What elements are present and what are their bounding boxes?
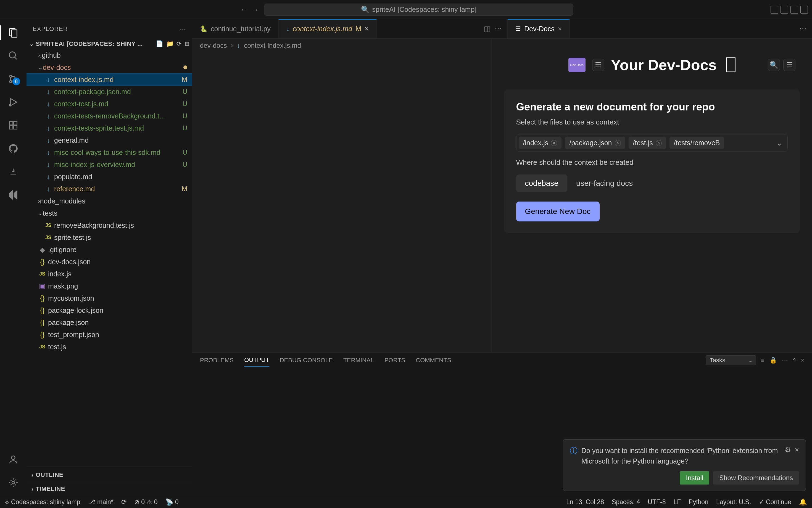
- timeline-section[interactable]: ›TIMELINE: [27, 482, 192, 496]
- tab-context-index[interactable]: ↓ context-index.js.md M ×: [279, 19, 377, 38]
- panel-tab-output[interactable]: OUTPUT: [244, 354, 269, 367]
- chevron-down-icon[interactable]: ⌄: [776, 138, 785, 147]
- indentation-status[interactable]: Spaces: 4: [612, 498, 640, 506]
- continue-icon[interactable]: [8, 189, 19, 201]
- tree-file[interactable]: {}test_prompt.json: [27, 329, 192, 341]
- chip-packagejson[interactable]: /package.json×: [565, 137, 625, 149]
- tree-file[interactable]: JSremoveBackground.test.js: [27, 219, 192, 231]
- filter-icon[interactable]: ≡: [761, 357, 765, 364]
- tree-file[interactable]: {}package.json: [27, 316, 192, 329]
- tree-file[interactable]: ↓context-test.js.mdU: [27, 98, 192, 110]
- tree-file[interactable]: ▣mask.png: [27, 280, 192, 292]
- branch-status[interactable]: ⎇ main*: [88, 498, 114, 506]
- extensions-icon[interactable]: [8, 120, 19, 131]
- tab-devdocs[interactable]: ☰ Dev-Docs ×: [508, 19, 570, 38]
- remote-indicator[interactable]: ⟐ Codespaces: shiny lamp: [5, 498, 80, 506]
- new-folder-icon[interactable]: 📁: [166, 40, 174, 47]
- errors-status[interactable]: ⊘ 0 ⚠ 0: [134, 498, 158, 506]
- tree-file[interactable]: ◆.gitignore: [27, 244, 192, 256]
- chip-remove-icon[interactable]: ×: [615, 140, 621, 146]
- sync-icon[interactable]: ⟳: [121, 498, 126, 506]
- panel-tab-terminal[interactable]: TERMINAL: [343, 354, 374, 367]
- panel-maximize-icon[interactable]: ^: [793, 357, 796, 364]
- language-status[interactable]: Python: [689, 498, 708, 506]
- collapse-icon[interactable]: ⊟: [185, 40, 190, 47]
- nav-back-icon[interactable]: ←: [240, 5, 248, 14]
- toggle-userfacing[interactable]: user-facing docs: [567, 174, 642, 192]
- tree-file[interactable]: {}dev-docs.json: [27, 256, 192, 268]
- folder-devdocs[interactable]: ⌄dev-docs: [27, 61, 192, 74]
- chip-remove-icon[interactable]: ×: [551, 140, 557, 146]
- search-input[interactable]: 🔍 spriteAI [Codespaces: shiny lamp]: [264, 4, 573, 16]
- refresh-icon[interactable]: ⟳: [176, 40, 182, 47]
- outline-section[interactable]: ›OUTLINE: [27, 468, 192, 482]
- chip-testjs[interactable]: /test.js×: [628, 137, 666, 149]
- tree-file[interactable]: {}package-lock.json: [27, 304, 192, 316]
- close-icon[interactable]: ×: [558, 25, 562, 33]
- tree-file[interactable]: ↓context-tests-sprite.test.js.mdU: [27, 122, 192, 134]
- tab-more-icon[interactable]: ⋯: [799, 25, 807, 33]
- tree-file[interactable]: JStest.js: [27, 341, 192, 353]
- tab-continue-tutorial[interactable]: 🐍 continue_tutorial.py: [192, 19, 279, 38]
- tree-file[interactable]: ↓context-tests-removeBackground.t...U: [27, 110, 192, 122]
- run-debug-icon[interactable]: [8, 97, 19, 108]
- eol-status[interactable]: LF: [674, 498, 681, 506]
- tree-file[interactable]: ↓reference.mdM: [27, 183, 192, 195]
- panel-tab-ports[interactable]: PORTS: [384, 354, 405, 367]
- layout-panel-bottom-icon[interactable]: [780, 6, 788, 13]
- menu-icon[interactable]: ☰: [592, 59, 604, 71]
- cursor-position[interactable]: Ln 13, Col 28: [566, 498, 604, 506]
- tree-file[interactable]: JSsprite.test.js: [27, 231, 192, 244]
- context-files-select[interactable]: /index.js× /package.json× /test.js× /tes…: [516, 134, 788, 152]
- panel-tab-comments[interactable]: COMMENTS: [416, 354, 451, 367]
- install-button[interactable]: Install: [680, 471, 709, 484]
- chip-indexjs[interactable]: /index.js×: [519, 137, 562, 149]
- tree-file[interactable]: JSindex.js: [27, 268, 192, 280]
- nav-forward-icon[interactable]: →: [251, 5, 259, 14]
- split-editor-icon[interactable]: ◫: [484, 25, 491, 33]
- layout-status[interactable]: Layout: U.S.: [716, 498, 751, 506]
- show-recommendations-button[interactable]: Show Recommendations: [713, 471, 799, 484]
- new-file-icon[interactable]: 📄: [156, 40, 163, 47]
- tree-file[interactable]: ↓misc-index-js-overview.mdU: [27, 159, 192, 171]
- workspace-header[interactable]: ⌄ SPRITEAI [CODESPACES: SHINY ... 📄 📁 ⟳ …: [27, 39, 192, 49]
- editor-pane-left[interactable]: dev-docs› ↓ context-index.js.md: [192, 39, 492, 352]
- tree-file[interactable]: ↓context-package.json.mdU: [27, 86, 192, 98]
- devdocs-search-icon[interactable]: 🔍: [768, 59, 780, 71]
- chip-testsremove[interactable]: /tests/removeB: [669, 137, 724, 149]
- tree-file[interactable]: ↓populate.md: [27, 171, 192, 183]
- sidebar-more-icon[interactable]: ⋯: [180, 26, 186, 33]
- ports-status[interactable]: 📡 0: [165, 498, 179, 506]
- layout-panel-left-icon[interactable]: [771, 6, 778, 13]
- notifications-icon[interactable]: 🔔: [799, 498, 807, 506]
- output-channel-select[interactable]: Tasks⌄: [706, 355, 756, 365]
- download-icon[interactable]: [8, 166, 19, 177]
- tab-more-icon[interactable]: ⋯: [495, 25, 502, 33]
- panel-close-icon[interactable]: ×: [801, 357, 804, 364]
- gear-icon[interactable]: ⚙: [785, 446, 791, 454]
- search-activity-icon[interactable]: [8, 50, 19, 61]
- panel-tab-debug[interactable]: DEBUG CONSOLE: [280, 354, 333, 367]
- folder-github[interactable]: ›.github: [27, 49, 192, 61]
- settings-gear-icon[interactable]: [8, 477, 19, 488]
- close-icon[interactable]: ×: [365, 25, 369, 33]
- tree-file[interactable]: ↓context-index.js.mdM: [27, 74, 192, 86]
- continue-status[interactable]: ✓ Continue: [759, 498, 791, 506]
- chip-remove-icon[interactable]: ×: [656, 140, 662, 146]
- layout-customize-icon[interactable]: [800, 6, 808, 13]
- encoding-status[interactable]: UTF-8: [648, 498, 665, 506]
- breadcrumb[interactable]: dev-docs› ↓ context-index.js.md: [192, 39, 492, 52]
- devdocs-menu-icon[interactable]: ☰: [783, 59, 796, 71]
- explorer-icon[interactable]: [8, 27, 19, 38]
- folder-tests[interactable]: ⌄tests: [27, 207, 192, 219]
- lock-icon[interactable]: 🔒: [769, 357, 777, 364]
- toggle-codebase[interactable]: codebase: [516, 174, 567, 192]
- accounts-icon[interactable]: [8, 454, 19, 465]
- layout-panel-right-icon[interactable]: [790, 6, 798, 13]
- github-icon[interactable]: [8, 143, 19, 154]
- panel-more-icon[interactable]: ⋯: [782, 357, 788, 364]
- close-icon[interactable]: ×: [795, 446, 799, 454]
- panel-tab-problems[interactable]: PROBLEMS: [200, 354, 234, 367]
- scm-icon[interactable]: 8: [8, 74, 19, 84]
- generate-button[interactable]: Generate New Doc: [516, 202, 600, 221]
